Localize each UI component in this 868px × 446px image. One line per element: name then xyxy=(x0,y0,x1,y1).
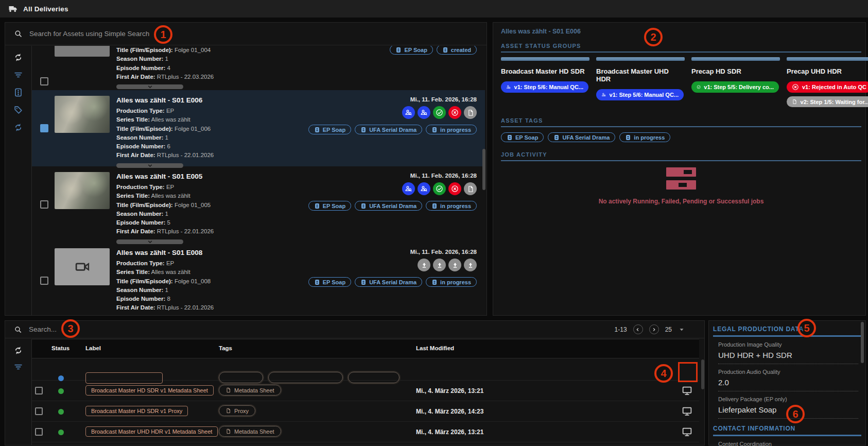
row-checkbox[interactable] xyxy=(35,428,43,436)
asset-tag[interactable]: in progress xyxy=(426,277,477,287)
field-value: Folge 01_006 xyxy=(175,126,211,132)
status-chip[interactable]: v2: Step 1/5: Waiting for... xyxy=(787,96,868,107)
section-header-legal: LEGAL PRODUCTION DATA xyxy=(713,325,861,333)
manual-qc-status-icon[interactable] xyxy=(418,106,430,119)
page-size-caret-icon[interactable] xyxy=(678,326,685,333)
asset-tag[interactable]: in progress xyxy=(426,125,477,134)
table-row[interactable]: Broadcast Master HD SDR v1 Metadata Shee… xyxy=(32,381,699,401)
asset-tag[interactable]: in progress xyxy=(619,132,670,142)
asset-checkbox[interactable] xyxy=(40,77,48,85)
row-checkbox[interactable] xyxy=(35,387,43,394)
monitor-preview-button[interactable] xyxy=(682,406,692,419)
table-row[interactable]: Broadcast Master UHD HDR v1 Metadata She… xyxy=(32,422,699,442)
asset-tag[interactable]: EP Soap xyxy=(308,277,351,287)
rejected-icon xyxy=(792,83,799,91)
expand-button[interactable] xyxy=(116,84,183,89)
info-field-select[interactable]: Content Coordination Soaps xyxy=(718,436,858,446)
sync-icon[interactable] xyxy=(13,123,23,132)
field-value: RTLplus - 22.03.2026 xyxy=(157,74,214,80)
success-status-icon[interactable] xyxy=(433,106,446,119)
filter-icon[interactable] xyxy=(13,362,23,372)
column-header-status[interactable]: Status xyxy=(51,345,70,351)
manual-qc-status-icon[interactable] xyxy=(402,106,415,119)
tag-chip-icon xyxy=(314,203,320,209)
field-label: Episode Number: xyxy=(116,296,165,302)
tag-chip-icon xyxy=(431,127,438,133)
waiting-status-icon[interactable] xyxy=(464,182,477,195)
delivery-label-pill[interactable]: Broadcast Master HD SDR v1 Proxy xyxy=(85,406,188,416)
job-queue-icon xyxy=(666,167,696,193)
upload-status-icon[interactable] xyxy=(464,259,477,271)
upload-status-icon[interactable] xyxy=(433,259,446,271)
asset-tag[interactable]: EP Soap xyxy=(390,46,432,55)
status-chip[interactable]: v1: Step 5/5: Delivery co... xyxy=(691,81,779,93)
column-header-tags[interactable]: Tags xyxy=(219,345,232,351)
asset-detail-panel: Alles was zählt - S01 E006 ASSET STATUS … xyxy=(493,22,866,316)
table-row-clipped[interactable] xyxy=(32,363,699,381)
asset-search-bar[interactable]: Search for Assets using Simple Search xyxy=(5,23,487,45)
info-field-label: Production Image Quality xyxy=(718,341,858,348)
asset-tag[interactable]: EP Soap xyxy=(308,201,351,211)
column-header-label[interactable]: Label xyxy=(85,345,101,351)
asset-tag[interactable]: UFA Serial Drama xyxy=(355,125,422,134)
info-panel-scrollbar[interactable] xyxy=(861,322,864,363)
field-value: Folge 01_004 xyxy=(175,47,211,53)
waiting-status-icon[interactable] xyxy=(464,106,477,119)
asset-checkbox-checked[interactable] xyxy=(40,124,48,132)
rejected-status-icon[interactable] xyxy=(448,182,461,195)
asset-checkbox[interactable] xyxy=(40,277,48,285)
filter-icon[interactable] xyxy=(13,70,23,80)
manual-qc-status-icon[interactable] xyxy=(402,182,415,195)
delivery-search-bar[interactable]: Search... 1-13 25 xyxy=(5,321,704,338)
asset-tag[interactable]: UFA Serial Drama xyxy=(355,277,422,287)
field-value: 1 xyxy=(165,56,168,62)
asset-list-scrollbar[interactable] xyxy=(482,149,485,190)
asset-tag[interactable]: EP Soap xyxy=(501,132,544,142)
status-chip[interactable]: v1: Rejected in Auto QC xyxy=(787,81,868,93)
refresh-icon[interactable] xyxy=(13,346,23,355)
monitor-preview-button[interactable] xyxy=(682,385,692,398)
row-checkbox[interactable] xyxy=(35,407,43,415)
delivery-tag-pill[interactable]: Proxy xyxy=(219,405,255,416)
table-row[interactable]: Broadcast Master UHD HDR v1 Proxy Proxy … xyxy=(32,442,699,445)
status-chip[interactable]: v1: Step 5/6: Manual QC... xyxy=(501,81,588,93)
page-size-select[interactable]: 25 xyxy=(665,326,672,333)
asset-list-item-selected[interactable]: Alles was zählt - S01 E006 Production Ty… xyxy=(32,90,485,166)
tag-chip-icon xyxy=(360,127,367,133)
delivery-tag-pill[interactable]: Metadata Sheet xyxy=(219,385,281,396)
status-chip[interactable]: v1: Step 5/6: Manual QC... xyxy=(596,89,684,100)
table-row[interactable]: Broadcast Master HD SDR v1 Proxy Proxy M… xyxy=(32,401,699,422)
delivery-label-pill[interactable]: Broadcast Master UHD HDR v1 Metadata She… xyxy=(85,426,218,437)
refresh-icon[interactable] xyxy=(13,53,23,62)
tag-icon[interactable] xyxy=(13,105,23,115)
asset-tag[interactable]: EP Soap xyxy=(308,125,351,134)
asset-tag[interactable]: created xyxy=(437,46,477,55)
field-label: First Air Date: xyxy=(116,152,155,158)
delivery-label-pill[interactable]: Broadcast Master HD SDR v1 Metadata Shee… xyxy=(85,385,214,396)
versions-icon[interactable] xyxy=(13,88,23,97)
field-label: Episode Number: xyxy=(116,143,165,149)
field-label: First Air Date: xyxy=(116,228,155,234)
field-label: Title (Film/Episode): xyxy=(116,202,173,208)
page-next-button[interactable] xyxy=(649,324,659,334)
manual-qc-status-icon[interactable] xyxy=(418,182,430,195)
field-label: Title (Film/Episode): xyxy=(116,126,173,132)
delivery-tag-pill[interactable]: Metadata Sheet xyxy=(219,426,281,437)
asset-list-item[interactable]: Title (Film/Episode): Folge 01_004 Seaso… xyxy=(32,46,485,89)
asset-list-item[interactable]: Alles was zählt - S01 E008 Production Ty… xyxy=(32,243,485,315)
success-status-icon[interactable] xyxy=(433,182,446,195)
asset-tag[interactable]: UFA Serial Drama xyxy=(548,132,615,142)
asset-list-item[interactable]: Alles was zählt - S01 E005 Production Ty… xyxy=(32,166,485,243)
page-previous-button[interactable] xyxy=(633,324,643,334)
asset-checkbox[interactable] xyxy=(40,200,48,209)
asset-thumbnail xyxy=(55,46,110,57)
column-header-last-modified[interactable]: Last Modified xyxy=(416,345,454,351)
monitor-preview-button[interactable] xyxy=(682,426,692,439)
upload-status-icon[interactable] xyxy=(418,259,430,271)
asset-tag[interactable]: UFA Serial Drama xyxy=(355,201,422,211)
table-scrollbar[interactable] xyxy=(701,359,704,389)
rejected-status-icon[interactable] xyxy=(448,106,461,119)
asset-tag[interactable]: in progress xyxy=(426,201,477,211)
upload-status-icon[interactable] xyxy=(448,259,461,271)
pagination: 1-13 25 xyxy=(615,324,696,334)
